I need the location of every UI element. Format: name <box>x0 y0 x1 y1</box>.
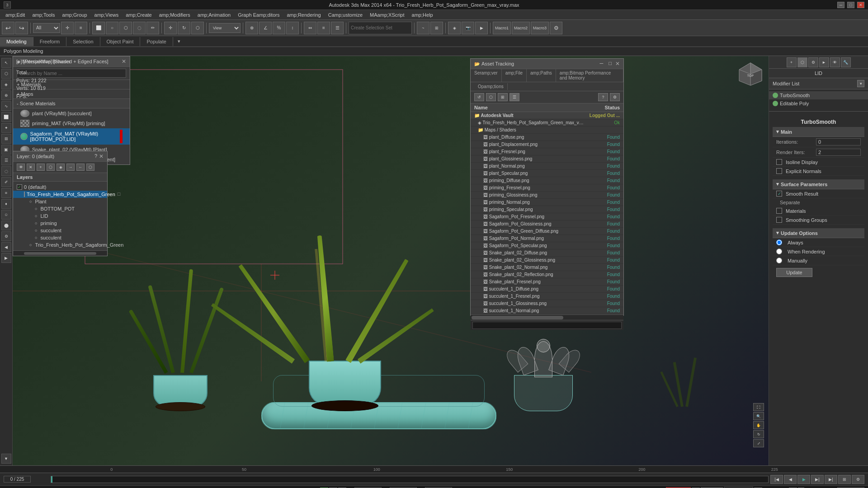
paint-sel-btn[interactable]: ✏ <box>146 22 159 34</box>
go-to-start-btn[interactable]: |◀ <box>770 475 783 484</box>
at-row-plant-spec[interactable]: 🖼 plant_Specular.png Found <box>471 170 623 177</box>
lt-tool10[interactable]: ☰ <box>1 155 11 165</box>
key-mode-toggle[interactable]: ⊞ <box>838 475 851 484</box>
layer-row-priming[interactable]: ○ priming <box>13 220 107 227</box>
layer-tb-btn7[interactable]: ← <box>76 164 85 171</box>
at-menu-bitmap[interactable]: amp;Bitmap Performance and Memory <box>556 69 623 82</box>
at-close-btn[interactable]: ✕ <box>615 61 620 67</box>
mod-item-editable-poly[interactable]: Editable Poly <box>769 99 868 108</box>
at-row-vault[interactable]: 📁 Autodesk Vault Logged Out ... <box>471 112 623 119</box>
at-scrollbar[interactable] <box>471 314 623 320</box>
at-menu-server[interactable]: Seramp;ver <box>471 69 502 82</box>
lt-select[interactable]: ↖ <box>1 58 11 68</box>
scale-btn[interactable]: ⬡ <box>191 22 204 34</box>
modifier-list-dropdown-btn[interactable]: ▾ <box>857 80 864 87</box>
at-row-plant-fresnel[interactable]: 🖼 plant_Fresnel.png Found <box>471 148 623 155</box>
tab-modeling[interactable]: Modeling <box>0 37 33 46</box>
at-row-maps[interactable]: 📁 Maps / Shaders <box>471 127 623 134</box>
at-import-btn[interactable]: ⊞ <box>498 93 508 101</box>
rp-display-btn[interactable]: 👁 <box>830 57 840 67</box>
at-row-snake-fres[interactable]: 🖼 Snake_plant_Fresnel.png Found <box>471 278 623 286</box>
rp-render-iters-input[interactable] <box>816 149 861 156</box>
create-selection-set-input[interactable] <box>349 22 412 34</box>
rp-iterations-input[interactable] <box>816 138 861 145</box>
at-row-prim-norm[interactable]: 🖼 priming_Normal.png Found <box>471 199 623 206</box>
at-row-sag-norm[interactable]: 🖼 Sagaform_Pot_Normal.png Found <box>471 235 623 242</box>
rp-update-btn[interactable]: Update <box>776 268 812 277</box>
go-to-end-btn[interactable]: ▶| <box>825 475 837 484</box>
at-settings-btn[interactable]: ⚙ <box>610 93 620 101</box>
spinner-snap-btn[interactable]: ↕ <box>286 22 299 34</box>
prev-frame-btn[interactable]: ◀ <box>784 475 797 484</box>
at-list-btn[interactable]: ☰ <box>509 93 519 101</box>
rp-materials-checkbox[interactable] <box>776 208 782 214</box>
layer-row-bottom-pot[interactable]: ○ BOTTOM_POT <box>13 205 107 212</box>
lt-tool14[interactable]: ♦ <box>1 199 11 209</box>
orientation-cube[interactable]: TOP <box>737 61 764 88</box>
layer-row-succulent1[interactable]: ○ succulent <box>13 227 107 234</box>
zoom-extent-btn[interactable]: ⛶ <box>753 403 764 411</box>
time-config-btn[interactable]: ⚙ <box>852 475 864 484</box>
layer-tb-btn5[interactable]: ◈ <box>57 164 65 171</box>
menu-tools[interactable]: amp;Tools <box>28 11 58 19</box>
at-refresh-btn[interactable]: ↺ <box>474 93 484 101</box>
mat-item-priming[interactable]: priming_MAT (VRayMtl) [priming] <box>13 118 130 128</box>
lt-tool18[interactable]: ◀ <box>1 242 11 252</box>
at-row-snake-diff[interactable]: 🖼 Snake_plant_02_Diffuse.png Found <box>471 249 623 257</box>
at-row-snake-norm[interactable]: 🖼 Snake_plant_02_Normal.png Found <box>471 264 623 271</box>
at-row-prim-diff[interactable]: 🖼 priming_Diffuse.png Found <box>471 177 623 184</box>
layer-row-succulent2[interactable]: ○ succulent <box>13 234 107 241</box>
play-btn[interactable]: ▶ <box>797 475 810 484</box>
menu-views[interactable]: amp;Views <box>91 11 123 19</box>
angle-snap-btn[interactable]: ∠ <box>259 22 272 34</box>
material-editor-btn[interactable]: ◈ <box>448 22 461 34</box>
menu-modifiers[interactable]: amp;Modifiers <box>156 11 194 19</box>
rp-utils-btn[interactable]: 🔧 <box>841 57 851 67</box>
maximize-vp-btn[interactable]: ⤢ <box>753 439 764 447</box>
move-btn[interactable]: ✛ <box>164 22 177 34</box>
select-circle-btn[interactable]: ○ <box>106 22 118 34</box>
select-lasso-btn[interactable]: ◌ <box>133 22 146 34</box>
rp-modify-btn[interactable]: ⬡ <box>797 57 807 67</box>
select-tool[interactable]: ✛ <box>61 22 74 34</box>
menu-help[interactable]: amp;Help <box>408 11 437 19</box>
rp-surface-header[interactable]: ▾ Surface Parameters <box>773 179 864 189</box>
at-maximize-btn[interactable]: □ <box>607 61 613 67</box>
at-export-btn[interactable]: ⬡ <box>486 93 496 101</box>
macro3-btn[interactable]: Macro3 <box>531 22 549 34</box>
rp-update-header[interactable]: ▾ Update Options <box>773 228 864 238</box>
at-row-succ-gloss[interactable]: 🖼 succulent_1_Glossiness.png Found <box>471 300 623 307</box>
lt-tool16[interactable]: ⬤ <box>1 221 11 230</box>
at-row-main-file[interactable]: ◈ Trio_Fresh_Herb_Pot_Sagaform_Green_max… <box>471 119 623 127</box>
maximize-btn[interactable]: □ <box>847 2 854 8</box>
menu-maxscript[interactable]: MAamp;XScript <box>366 11 408 19</box>
layer-tb-add[interactable]: + <box>37 164 45 171</box>
menu-group[interactable]: amp;Group <box>59 11 91 19</box>
tab-freeform[interactable]: Freeform <box>33 37 67 46</box>
mod-item-turbosmooth[interactable]: TurboSmooth <box>769 91 868 99</box>
menu-customize[interactable]: Camp;ustomize <box>325 11 366 19</box>
rp-hierarchy-btn[interactable]: ⚙ <box>808 57 818 67</box>
lt-tool13[interactable]: ≡ <box>1 188 11 198</box>
lt-tool5[interactable]: ∿ <box>1 101 11 111</box>
rp-explicit-checkbox[interactable] <box>776 168 782 174</box>
close-btn[interactable]: ✕ <box>857 2 864 8</box>
layer-manager-btn[interactable]: ☰ <box>331 22 344 34</box>
at-menu-paths[interactable]: amp;Paths <box>527 69 556 82</box>
select-rect-btn[interactable]: ⬜ <box>92 22 105 34</box>
rp-isoline-checkbox[interactable] <box>776 159 782 165</box>
menu-graph[interactable]: Graph Eamp;ditors <box>234 11 283 19</box>
at-row-succ-norm[interactable]: 🖼 succulent_1_Normal.png Found <box>471 307 623 314</box>
render-btn[interactable]: ▶ <box>475 22 488 34</box>
layer-row-trio2[interactable]: ○ Trio_Fresh_Herb_Pot_Sagaform_Green <box>13 241 107 249</box>
lt-tool3[interactable]: ◈ <box>1 80 11 89</box>
mirror-btn[interactable]: ⇔ <box>304 22 316 34</box>
redo-btn[interactable]: ↪ <box>15 22 28 34</box>
at-row-plant-gloss[interactable]: 🖼 plant_Glossiness.png Found <box>471 155 623 163</box>
layer-row-lid[interactable]: ○ LID <box>13 212 107 220</box>
layer-tb-btn8[interactable]: ⬡ <box>86 164 94 171</box>
tab-object-paint[interactable]: Object Paint <box>100 37 141 46</box>
rp-motion-btn[interactable]: ► <box>819 57 829 67</box>
rp-manually-radio[interactable] <box>776 258 782 263</box>
macro2-btn[interactable]: Macro2 <box>512 22 530 34</box>
